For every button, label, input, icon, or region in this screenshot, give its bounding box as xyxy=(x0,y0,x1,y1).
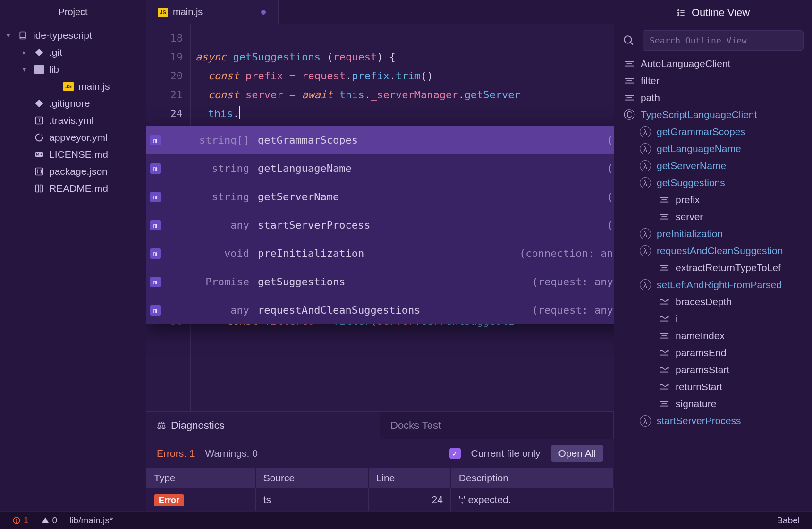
outline-item[interactable]: returnStart xyxy=(614,378,812,395)
tree-item[interactable]: LICENSE.md xyxy=(0,146,146,163)
file-icon xyxy=(34,99,44,108)
outline-item[interactable]: bracesDepth xyxy=(614,293,812,310)
outline-item[interactable]: i xyxy=(614,310,812,327)
tab-docks-test[interactable]: Docks Test xyxy=(380,412,614,439)
error-circle-icon xyxy=(12,516,21,525)
tree-item[interactable]: .travis.yml xyxy=(0,112,146,129)
suggestion-type: Promise xyxy=(169,273,249,291)
chevron-down-icon: ▾ xyxy=(7,32,13,39)
let-icon xyxy=(659,364,670,375)
autocomplete-item[interactable]: m Promise getSuggestions (request: any) xyxy=(146,268,614,296)
outline-label: returnStart xyxy=(676,381,722,392)
tree-item[interactable]: appveyor.yml xyxy=(0,129,146,146)
editor-tabs: JS main.js xyxy=(146,0,614,24)
suggestion-signature: () xyxy=(607,216,614,235)
outline-item[interactable]: λsetLeftAndRightFromParsed xyxy=(614,276,812,293)
tree-root[interactable]: ▾ ide-typescript xyxy=(0,27,146,44)
repo-icon xyxy=(18,31,28,40)
file-tree: ▾ ide-typescript ▸.git▾libJSmain.js.giti… xyxy=(0,24,146,200)
svg-point-9 xyxy=(678,15,679,16)
file-icon xyxy=(34,133,44,142)
outline-item[interactable]: server xyxy=(614,208,812,225)
variable-icon xyxy=(624,75,635,86)
current-file-checkbox[interactable]: ✓ xyxy=(449,448,461,459)
diag-col[interactable]: Type xyxy=(146,468,255,488)
error-badge: Error xyxy=(154,494,184,506)
tab-main-js[interactable]: JS main.js xyxy=(146,0,279,24)
suggestion-name: preInitialization xyxy=(258,244,511,263)
suggestion-type: any xyxy=(169,301,249,320)
method-badge-icon: m xyxy=(150,277,161,287)
outline-item[interactable]: paramsEnd xyxy=(614,344,812,361)
svg-point-44 xyxy=(16,522,17,523)
tree-item[interactable]: README.md xyxy=(0,180,146,197)
suggestion-signature: (request: any) xyxy=(532,301,614,320)
outline-item[interactable]: λgetLanguageName xyxy=(614,140,812,157)
variable-icon xyxy=(659,262,670,273)
suggestion-name: requestAndCleanSuggestions xyxy=(258,301,524,320)
file-icon xyxy=(34,65,44,74)
suggestion-signature: (request: any) xyxy=(532,273,614,291)
file-icon xyxy=(34,116,44,125)
outline-item[interactable]: filter xyxy=(614,72,812,89)
outline-label: TypeScriptLanguageClient xyxy=(641,109,757,120)
tree-item-label: LICENSE.md xyxy=(49,149,108,160)
function-icon: λ xyxy=(640,160,651,171)
outline-item[interactable]: prefix xyxy=(614,191,812,208)
autocomplete-item[interactable]: m string getLanguageName () xyxy=(146,154,614,183)
variable-icon xyxy=(659,330,670,341)
tree-item[interactable]: package.json xyxy=(0,163,146,180)
status-warnings[interactable]: 0 xyxy=(41,515,58,526)
outline-item[interactable]: nameIndex xyxy=(614,327,812,344)
errors-count: Errors: 1 xyxy=(157,448,195,459)
outline-label: paramsStart xyxy=(676,364,729,375)
method-badge-icon: m xyxy=(150,192,161,202)
autocomplete-item[interactable]: m string getServerName () xyxy=(146,183,614,211)
tree-item-label: .git xyxy=(49,47,62,58)
status-language[interactable]: Babel xyxy=(777,515,800,526)
status-path[interactable]: lib/main.js* xyxy=(69,515,113,526)
editor-body[interactable]: 181920212433343536 async getSuggestions … xyxy=(146,24,614,411)
outline-item[interactable]: λgetGrammarScopes xyxy=(614,123,812,140)
diag-col[interactable]: Line xyxy=(368,468,451,488)
outline-item[interactable]: λrequestAndCleanSuggestion xyxy=(614,242,812,259)
outline-item[interactable]: ⒸTypeScriptLanguageClient xyxy=(614,106,812,123)
outline-label: filter xyxy=(641,75,660,86)
tree-item[interactable]: .gitignore xyxy=(0,95,146,112)
function-icon: λ xyxy=(640,415,651,427)
autocomplete-item[interactable]: m any startServerProcess () xyxy=(146,211,614,239)
status-errors[interactable]: 1 xyxy=(12,515,29,526)
outline-item[interactable]: AutoLanguageClient xyxy=(614,55,812,72)
autocomplete-item[interactable]: m void preInitialization (connection: an… xyxy=(146,239,614,268)
diag-row[interactable]: Error ts 24 ';' expected. xyxy=(146,488,613,511)
current-file-label: Current file only xyxy=(471,448,541,459)
svg-line-12 xyxy=(630,42,633,44)
outline-item[interactable]: λpreInitialization xyxy=(614,225,812,242)
outline-item[interactable]: paramsStart xyxy=(614,361,812,378)
file-icon: JS xyxy=(63,82,74,91)
outline-item[interactable]: λgetSuggestions xyxy=(614,174,812,191)
svg-rect-0 xyxy=(20,32,25,39)
diag-col[interactable]: Description xyxy=(451,468,613,488)
outline-item[interactable]: extractReturnTypeToLef xyxy=(614,259,812,276)
autocomplete-item[interactable]: m string[] getGrammarScopes () xyxy=(146,126,614,154)
outline-label: i xyxy=(676,313,678,324)
tree-item[interactable]: JSmain.js xyxy=(0,78,146,95)
diag-source: ts xyxy=(255,488,368,511)
autocomplete-item[interactable]: m any requestAndCleanSuggestions (reques… xyxy=(146,296,614,324)
tree-item[interactable]: ▾lib xyxy=(0,61,146,78)
tree-item[interactable]: ▸.git xyxy=(0,44,146,61)
file-icon xyxy=(34,184,44,193)
outline-item[interactable]: λgetServerName xyxy=(614,157,812,174)
outline-search-input[interactable] xyxy=(643,30,804,51)
variable-icon xyxy=(624,58,635,69)
outline-item[interactable]: path xyxy=(614,89,812,106)
outline-item[interactable]: λstartServerProcess xyxy=(614,412,812,429)
outline-item[interactable]: signature xyxy=(614,395,812,412)
open-all-button[interactable]: Open All xyxy=(551,445,603,462)
diag-col[interactable]: Source xyxy=(255,468,368,488)
tab-diagnostics[interactable]: ⚖ Diagnostics xyxy=(146,412,380,439)
tree-item-label: .gitignore xyxy=(49,98,90,109)
outline-label: prefix xyxy=(676,194,700,205)
outline-label: AutoLanguageClient xyxy=(641,58,730,69)
